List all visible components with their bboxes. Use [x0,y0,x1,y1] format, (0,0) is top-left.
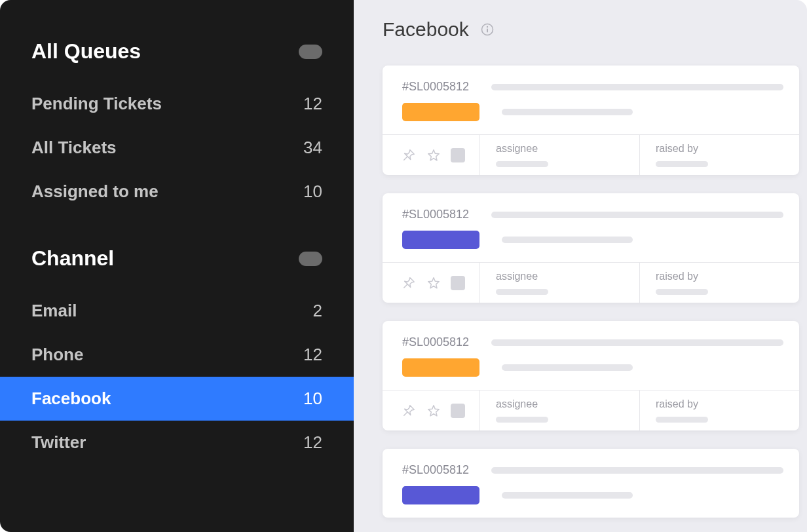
status-tag [402,231,479,249]
select-checkbox[interactable] [451,276,465,290]
status-tag [402,103,479,121]
card-meta: assignee raised by [383,262,799,303]
sidebar-item-phone[interactable]: Phone 12 [0,333,354,377]
raised-by-value-placeholder [656,161,708,167]
raised-by-value-placeholder [656,289,708,295]
ticket-card[interactable]: #SL0005812 assignee [383,66,799,175]
nav-label: Phone [31,345,83,365]
desc-placeholder [502,109,633,115]
nav-label: Assigned to me [31,181,159,202]
svg-rect-2 [487,29,488,33]
page-title: Facebook [383,18,469,41]
status-tag [402,358,479,377]
subject-placeholder [491,467,783,474]
nav-count: 10 [303,389,322,409]
raised-by-cell: raised by [640,390,799,430]
star-icon[interactable] [426,403,441,419]
raised-by-cell: raised by [640,135,799,175]
main-content: Facebook #SL0005812 [354,0,807,532]
nav-count: 12 [303,345,322,365]
subject-placeholder [491,339,783,346]
ticket-list: #SL0005812 assignee [383,66,807,518]
assignee-value-placeholder [496,417,548,423]
channel-title: Channel [31,246,114,271]
assignee-cell: assignee [480,135,640,175]
card-top: #SL0005812 [383,321,799,390]
status-tag [402,486,479,504]
subject-placeholder [491,212,783,218]
pin-icon[interactable] [401,147,417,163]
assignee-cell: assignee [480,390,640,430]
ticket-id: #SL0005812 [402,208,469,221]
nav-label: Pending Tickets [31,94,162,114]
queues-header: All Queues [0,39,354,82]
app-root: All Queues Pending Tickets 12 All Ticket… [0,0,807,532]
nav-count: 10 [303,181,322,202]
desc-placeholder [502,492,633,499]
sidebar-item-all-tickets[interactable]: All Tickets 34 [0,126,354,170]
card-top: #SL0005812 [383,449,799,518]
info-icon[interactable] [481,23,494,36]
select-checkbox[interactable] [451,404,465,418]
nav-count: 12 [303,94,322,114]
raised-by-cell: raised by [640,263,799,303]
desc-placeholder [502,364,633,371]
pin-icon[interactable] [401,403,417,419]
card-meta: assignee raised by [383,134,799,175]
raised-by-value-placeholder [656,417,708,423]
channel-header: Channel [0,246,354,289]
desc-placeholder [502,237,633,243]
assignee-label: assignee [496,398,624,410]
assignee-value-placeholder [496,289,548,295]
assignee-label: assignee [496,143,624,155]
sidebar-item-facebook[interactable]: Facebook 10 [0,377,354,421]
nav-count: 34 [303,138,322,158]
nav-label: Email [31,301,77,321]
sidebar: All Queues Pending Tickets 12 All Ticket… [0,0,354,532]
sidebar-item-twitter[interactable]: Twitter 12 [0,421,354,465]
card-actions [383,263,480,303]
ticket-card[interactable]: #SL0005812 assignee [383,321,799,430]
card-top: #SL0005812 [383,66,799,134]
assignee-value-placeholder [496,161,548,167]
raised-by-label: raised by [656,398,783,410]
sidebar-item-assigned-to-me[interactable]: Assigned to me 10 [0,170,354,214]
nav-label: All Tickets [31,138,117,158]
page-header: Facebook [383,18,807,41]
raised-by-label: raised by [656,271,783,282]
raised-by-label: raised by [656,143,783,155]
select-checkbox[interactable] [451,148,465,162]
svg-point-1 [487,26,488,28]
nav-label: Twitter [31,432,86,453]
ticket-id: #SL0005812 [402,463,469,477]
nav-label: Facebook [31,389,111,409]
assignee-label: assignee [496,271,624,282]
ticket-card[interactable]: #SL0005812 [383,449,799,518]
ticket-id: #SL0005812 [402,335,469,349]
ticket-card[interactable]: #SL0005812 assignee [383,193,799,303]
nav-count: 2 [313,301,322,321]
card-actions [383,390,480,430]
assignee-cell: assignee [480,263,640,303]
ticket-id: #SL0005812 [402,80,469,94]
star-icon[interactable] [426,147,441,163]
star-icon[interactable] [426,275,441,291]
channel-toggle[interactable] [299,252,322,266]
queues-toggle[interactable] [299,45,322,59]
card-top: #SL0005812 [383,193,799,262]
sidebar-item-email[interactable]: Email 2 [0,289,354,333]
nav-count: 12 [303,432,322,453]
queues-title: All Queues [31,39,141,64]
card-actions [383,135,480,175]
sidebar-item-pending-tickets[interactable]: Pending Tickets 12 [0,82,354,126]
card-meta: assignee raised by [383,390,799,430]
subject-placeholder [491,84,783,90]
pin-icon[interactable] [401,275,417,291]
